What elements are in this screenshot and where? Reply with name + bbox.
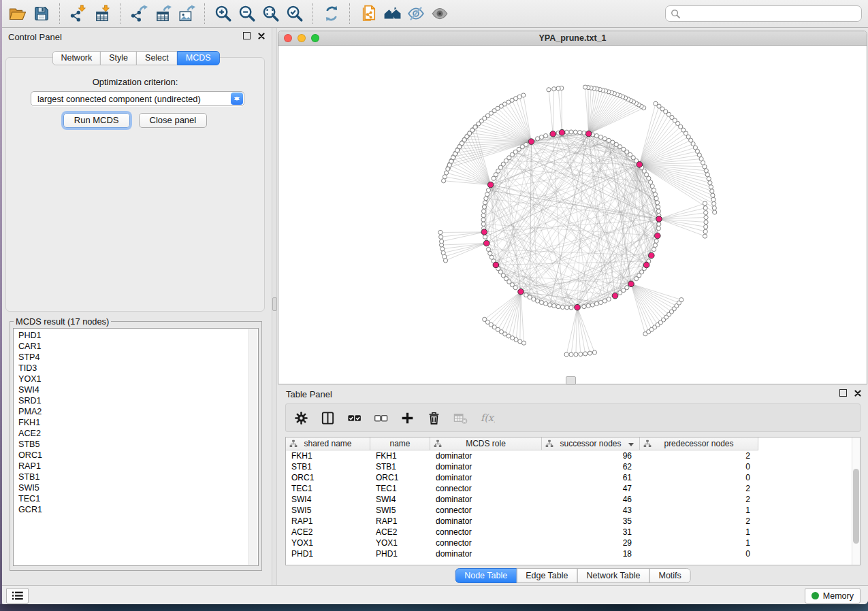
table-cell: dominator xyxy=(430,451,542,461)
tab-network-table[interactable]: Network Table xyxy=(577,568,650,583)
show-panels-button[interactable] xyxy=(6,588,29,604)
vertical-splitter[interactable] xyxy=(272,28,277,586)
deselect-all-columns-button[interactable] xyxy=(372,410,389,426)
hide-selected-button[interactable] xyxy=(404,3,428,24)
table-cell: dominator xyxy=(430,473,542,482)
search-icon xyxy=(671,9,681,19)
list-item[interactable]: RAP1 xyxy=(18,461,258,472)
select-stepper-icon[interactable] xyxy=(231,93,243,105)
column-header-successor-nodes[interactable]: successor nodes xyxy=(542,437,640,450)
vertical-splitter-handle[interactable] xyxy=(272,297,277,311)
table-row[interactable]: RAP1RAP1dominator352 xyxy=(286,516,860,527)
column-header-predecessor-nodes[interactable]: predecessor nodes xyxy=(640,437,758,450)
export-network-button[interactable] xyxy=(127,3,150,24)
close-panel-icon[interactable] xyxy=(854,390,861,397)
table-row[interactable]: PHD1PHD1dominator180 xyxy=(286,548,860,559)
float-panel-icon[interactable] xyxy=(243,32,251,39)
add-column-button[interactable] xyxy=(399,410,415,426)
list-item[interactable]: ORC1 xyxy=(18,450,258,461)
list-item[interactable]: ACE2 xyxy=(18,428,258,439)
share-document-button[interactable] xyxy=(356,3,380,24)
table-cell: 2 xyxy=(640,495,758,504)
minimize-window-button[interactable] xyxy=(298,34,306,42)
table-row[interactable]: FKH1FKH1dominator962 xyxy=(286,450,860,461)
delete-column-icon xyxy=(426,410,442,426)
memory-button[interactable]: Memory xyxy=(805,588,861,604)
list-item[interactable]: TEC1 xyxy=(18,493,258,504)
list-item[interactable]: GCR1 xyxy=(18,504,258,515)
list-item[interactable]: SRD1 xyxy=(18,395,258,406)
network-view-window: YPA_prune.txt_1 xyxy=(278,31,867,384)
import-network-button[interactable] xyxy=(66,3,90,24)
zoom-out-button[interactable] xyxy=(235,3,259,24)
open-file-button[interactable] xyxy=(5,3,29,24)
zoom-selected-button[interactable] xyxy=(283,3,306,24)
zoom-window-button[interactable] xyxy=(311,34,319,42)
list-item[interactable]: TID3 xyxy=(18,363,258,374)
list-item[interactable]: PMA2 xyxy=(18,406,258,417)
tab-edge-table[interactable]: Edge Table xyxy=(516,568,577,583)
close-panel-button[interactable]: Close panel xyxy=(139,113,208,128)
float-panel-icon[interactable] xyxy=(839,389,847,397)
list-item[interactable]: STB5 xyxy=(18,439,258,450)
tab-motifs[interactable]: Motifs xyxy=(649,568,690,583)
zoom-fit-button[interactable] xyxy=(259,3,283,24)
search-input[interactable] xyxy=(684,7,858,20)
table-row[interactable]: SWI5SWI5connector431 xyxy=(286,505,860,516)
network-window-title: YPA_prune.txt_1 xyxy=(539,33,606,43)
home-network-button[interactable] xyxy=(380,3,404,24)
network-window-titlebar[interactable]: YPA_prune.txt_1 xyxy=(278,31,867,46)
search-box[interactable] xyxy=(665,5,862,22)
column-header-MCDS-role[interactable]: MCDS role xyxy=(430,437,542,450)
column-header-name[interactable]: name xyxy=(370,437,430,450)
table-row[interactable]: SWI4SWI4dominator462 xyxy=(286,494,860,505)
column-header-shared-name[interactable]: shared name xyxy=(286,437,370,450)
tab-style[interactable]: Style xyxy=(100,51,137,65)
list-item[interactable]: STB1 xyxy=(18,472,258,482)
show-column-panes-button[interactable] xyxy=(319,410,336,426)
delete-column-button[interactable] xyxy=(425,410,442,426)
list-item[interactable]: SWI4 xyxy=(18,384,258,395)
table-row[interactable]: YOX1YOX1connector291 xyxy=(286,538,860,548)
list-scrollbar-track[interactable] xyxy=(248,329,257,565)
open-file-icon xyxy=(9,5,27,22)
save-session-button[interactable] xyxy=(29,3,53,24)
selected-criterion: largest connected component (undirected) xyxy=(37,94,201,104)
export-image-button[interactable] xyxy=(174,3,198,24)
header-filler xyxy=(758,437,860,450)
tab-network[interactable]: Network xyxy=(52,51,101,65)
tab-node-table[interactable]: Node Table xyxy=(455,568,517,583)
table-row[interactable]: ORC1ORC1dominator610 xyxy=(286,472,860,483)
table-cell: dominator xyxy=(430,495,542,504)
table-row[interactable]: ACE2ACE2connector311 xyxy=(286,527,860,538)
list-item[interactable]: CAR1 xyxy=(18,341,258,352)
table-cell: YOX1 xyxy=(370,538,430,548)
import-table-button[interactable] xyxy=(90,3,114,24)
close-window-button[interactable] xyxy=(284,34,292,42)
close-panel-icon[interactable] xyxy=(258,33,265,39)
horizontal-splitter-handle[interactable] xyxy=(566,376,576,385)
scrollbar-thumb[interactable] xyxy=(853,469,859,544)
table-row[interactable]: TEC1TEC1connector472 xyxy=(286,483,860,494)
mcds-result-list[interactable]: PHD1CAR1STP4TID3YOX1SWI4SRD1PMA2FKH1ACE2… xyxy=(13,328,259,566)
settings-gear-button[interactable] xyxy=(293,410,309,426)
export-table-button[interactable] xyxy=(150,3,174,24)
tab-select[interactable]: Select xyxy=(136,51,178,65)
network-graph[interactable] xyxy=(278,46,867,384)
tab-mcds[interactable]: MCDS xyxy=(177,51,220,65)
network-canvas[interactable] xyxy=(278,46,867,384)
toolbar-separator xyxy=(120,3,120,24)
optimization-criterion-select[interactable]: largest connected component (undirected) xyxy=(31,91,244,106)
select-all-columns-button[interactable] xyxy=(346,410,362,426)
list-item[interactable]: STP4 xyxy=(18,352,258,363)
show-all-button[interactable] xyxy=(428,3,451,24)
list-item[interactable]: FKH1 xyxy=(18,417,258,428)
list-item[interactable]: PHD1 xyxy=(18,330,258,341)
list-item[interactable]: SWI5 xyxy=(18,482,258,493)
table-row[interactable]: STB1STB1dominator620 xyxy=(286,461,860,472)
refresh-view-button[interactable] xyxy=(319,3,343,24)
table-scrollbar[interactable] xyxy=(852,437,860,565)
zoom-in-button[interactable] xyxy=(211,3,235,24)
run-mcds-button[interactable]: Run MCDS xyxy=(63,113,130,128)
list-item[interactable]: YOX1 xyxy=(18,374,258,384)
